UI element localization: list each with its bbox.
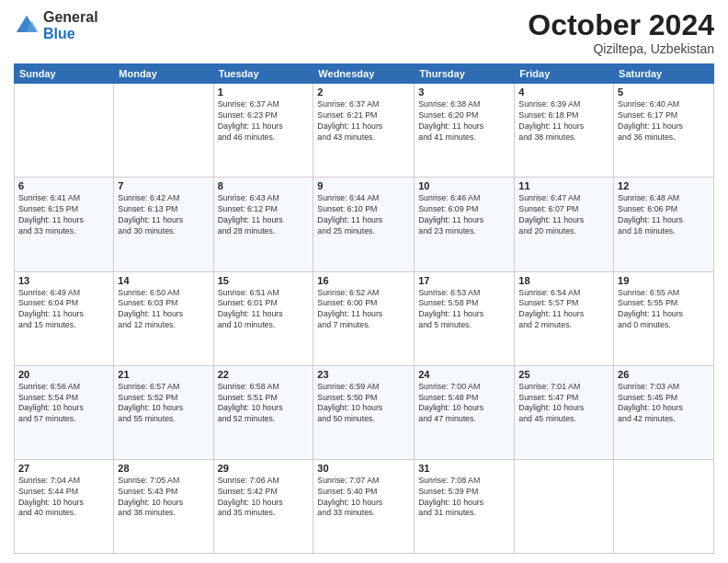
day-info: Sunrise: 7:05 AM Sunset: 5:43 PM Dayligh… — [118, 476, 209, 520]
weekday-tuesday: Tuesday — [213, 64, 313, 84]
day-number: 26 — [618, 369, 710, 380]
calendar-cell: 8Sunrise: 6:43 AM Sunset: 6:12 PM Daylig… — [213, 178, 313, 271]
weekday-friday: Friday — [515, 64, 614, 84]
calendar-cell: 22Sunrise: 6:58 AM Sunset: 5:51 PM Dayli… — [213, 365, 313, 459]
calendar-table: SundayMondayTuesdayWednesdayThursdayFrid… — [14, 63, 714, 554]
day-info: Sunrise: 6:38 AM Sunset: 6:20 PM Dayligh… — [418, 99, 510, 144]
calendar-cell: 31Sunrise: 7:08 AM Sunset: 5:39 PM Dayli… — [415, 459, 515, 553]
day-number: 13 — [18, 275, 109, 286]
day-info: Sunrise: 7:07 AM Sunset: 5:40 PM Dayligh… — [317, 476, 410, 520]
calendar-cell: 23Sunrise: 6:59 AM Sunset: 5:50 PM Dayli… — [313, 365, 415, 459]
day-number: 3 — [418, 86, 510, 98]
day-number: 25 — [518, 369, 609, 380]
calendar-cell: 7Sunrise: 6:42 AM Sunset: 6:13 PM Daylig… — [114, 178, 213, 271]
page: General Blue October 2024 Qiziltepa, Uzb… — [0, 0, 728, 563]
calendar-cell: 20Sunrise: 6:56 AM Sunset: 5:54 PM Dayli… — [15, 365, 114, 459]
logo-icon — [14, 13, 40, 39]
day-info: Sunrise: 6:43 AM Sunset: 6:12 PM Dayligh… — [218, 193, 310, 237]
calendar-cell: 28Sunrise: 7:05 AM Sunset: 5:43 PM Dayli… — [114, 459, 213, 553]
calendar-cell: 12Sunrise: 6:48 AM Sunset: 6:06 PM Dayli… — [614, 178, 714, 271]
day-number: 11 — [518, 180, 609, 191]
calendar-cell — [614, 459, 714, 553]
month-title: October 2024 — [528, 9, 714, 41]
day-number: 30 — [317, 463, 410, 474]
logo: General Blue — [14, 9, 98, 41]
calendar-cell: 19Sunrise: 6:55 AM Sunset: 5:55 PM Dayli… — [614, 271, 714, 365]
day-info: Sunrise: 6:56 AM Sunset: 5:54 PM Dayligh… — [18, 382, 109, 426]
calendar-cell: 1Sunrise: 6:37 AM Sunset: 6:23 PM Daylig… — [213, 84, 313, 178]
day-number: 14 — [118, 275, 209, 286]
week-row-3: 20Sunrise: 6:56 AM Sunset: 5:54 PM Dayli… — [15, 365, 714, 459]
calendar-cell: 9Sunrise: 6:44 AM Sunset: 6:10 PM Daylig… — [313, 178, 415, 271]
day-number: 10 — [418, 180, 510, 191]
calendar-cell: 30Sunrise: 7:07 AM Sunset: 5:40 PM Dayli… — [313, 459, 415, 553]
day-info: Sunrise: 6:58 AM Sunset: 5:51 PM Dayligh… — [218, 382, 310, 426]
calendar-cell: 3Sunrise: 6:38 AM Sunset: 6:20 PM Daylig… — [415, 84, 515, 178]
day-number: 7 — [118, 180, 209, 191]
logo-blue-text: Blue — [43, 26, 98, 42]
week-row-4: 27Sunrise: 7:04 AM Sunset: 5:44 PM Dayli… — [15, 459, 714, 553]
weekday-saturday: Saturday — [614, 64, 714, 84]
day-info: Sunrise: 6:42 AM Sunset: 6:13 PM Dayligh… — [118, 193, 209, 237]
day-info: Sunrise: 7:01 AM Sunset: 5:47 PM Dayligh… — [518, 382, 609, 426]
day-number: 15 — [218, 275, 310, 286]
day-number: 21 — [118, 369, 209, 380]
day-info: Sunrise: 6:39 AM Sunset: 6:18 PM Dayligh… — [518, 99, 609, 144]
day-number: 4 — [518, 86, 609, 98]
calendar-cell: 24Sunrise: 7:00 AM Sunset: 5:48 PM Dayli… — [415, 365, 515, 459]
calendar-cell: 25Sunrise: 7:01 AM Sunset: 5:47 PM Dayli… — [515, 365, 614, 459]
day-number: 1 — [218, 86, 310, 98]
calendar-cell — [114, 84, 213, 178]
weekday-sunday: Sunday — [15, 64, 114, 84]
day-number: 9 — [317, 180, 410, 191]
day-number: 2 — [317, 86, 410, 98]
day-info: Sunrise: 6:44 AM Sunset: 6:10 PM Dayligh… — [317, 193, 410, 237]
day-info: Sunrise: 7:00 AM Sunset: 5:48 PM Dayligh… — [418, 382, 510, 426]
day-info: Sunrise: 6:51 AM Sunset: 6:01 PM Dayligh… — [218, 288, 310, 332]
calendar-cell: 15Sunrise: 6:51 AM Sunset: 6:01 PM Dayli… — [213, 271, 313, 365]
calendar-cell: 16Sunrise: 6:52 AM Sunset: 6:00 PM Dayli… — [313, 271, 415, 365]
logo-text: General Blue — [43, 9, 98, 41]
day-info: Sunrise: 6:53 AM Sunset: 5:58 PM Dayligh… — [418, 288, 510, 332]
day-number: 23 — [317, 369, 410, 380]
title-block: October 2024 Qiziltepa, Uzbekistan — [528, 9, 714, 56]
day-number: 20 — [18, 369, 109, 380]
day-number: 5 — [618, 86, 710, 98]
day-number: 31 — [418, 463, 510, 474]
day-info: Sunrise: 6:50 AM Sunset: 6:03 PM Dayligh… — [118, 288, 209, 332]
day-info: Sunrise: 6:40 AM Sunset: 6:17 PM Dayligh… — [618, 99, 710, 144]
day-info: Sunrise: 6:46 AM Sunset: 6:09 PM Dayligh… — [418, 193, 510, 237]
day-info: Sunrise: 7:08 AM Sunset: 5:39 PM Dayligh… — [418, 476, 510, 520]
day-number: 24 — [418, 369, 510, 380]
day-info: Sunrise: 6:48 AM Sunset: 6:06 PM Dayligh… — [618, 193, 710, 237]
day-number: 6 — [18, 180, 109, 191]
day-info: Sunrise: 7:03 AM Sunset: 5:45 PM Dayligh… — [618, 382, 710, 426]
day-info: Sunrise: 6:37 AM Sunset: 6:21 PM Dayligh… — [317, 99, 410, 144]
calendar-cell — [15, 84, 114, 178]
week-row-2: 13Sunrise: 6:49 AM Sunset: 6:04 PM Dayli… — [15, 271, 714, 365]
weekday-monday: Monday — [114, 64, 213, 84]
day-number: 19 — [618, 275, 710, 286]
calendar-cell: 26Sunrise: 7:03 AM Sunset: 5:45 PM Dayli… — [614, 365, 714, 459]
calendar-cell: 2Sunrise: 6:37 AM Sunset: 6:21 PM Daylig… — [313, 84, 415, 178]
day-info: Sunrise: 6:37 AM Sunset: 6:23 PM Dayligh… — [218, 99, 310, 144]
day-info: Sunrise: 6:47 AM Sunset: 6:07 PM Dayligh… — [518, 193, 609, 237]
location-subtitle: Qiziltepa, Uzbekistan — [528, 41, 714, 56]
day-info: Sunrise: 6:54 AM Sunset: 5:57 PM Dayligh… — [518, 288, 609, 332]
header: General Blue October 2024 Qiziltepa, Uzb… — [14, 9, 714, 56]
calendar-cell: 10Sunrise: 6:46 AM Sunset: 6:09 PM Dayli… — [415, 178, 515, 271]
day-info: Sunrise: 6:41 AM Sunset: 6:15 PM Dayligh… — [18, 193, 109, 237]
weekday-header-row: SundayMondayTuesdayWednesdayThursdayFrid… — [15, 64, 714, 84]
day-number: 12 — [618, 180, 710, 191]
calendar-cell: 27Sunrise: 7:04 AM Sunset: 5:44 PM Dayli… — [15, 459, 114, 553]
day-number: 16 — [317, 275, 410, 286]
calendar-cell: 11Sunrise: 6:47 AM Sunset: 6:07 PM Dayli… — [515, 178, 614, 271]
calendar-cell: 4Sunrise: 6:39 AM Sunset: 6:18 PM Daylig… — [515, 84, 614, 178]
logo-general-text: General — [43, 9, 98, 26]
week-row-0: 1Sunrise: 6:37 AM Sunset: 6:23 PM Daylig… — [15, 84, 714, 178]
day-number: 18 — [518, 275, 609, 286]
day-number: 29 — [218, 463, 310, 474]
day-info: Sunrise: 6:49 AM Sunset: 6:04 PM Dayligh… — [18, 288, 109, 332]
weekday-wednesday: Wednesday — [313, 64, 415, 84]
day-info: Sunrise: 6:59 AM Sunset: 5:50 PM Dayligh… — [317, 382, 410, 426]
